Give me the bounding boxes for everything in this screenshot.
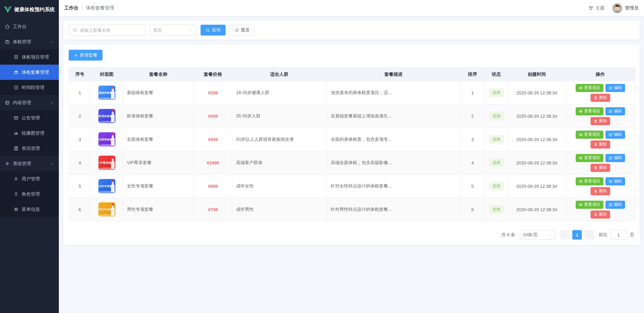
package-cover-image: 女性专项套餐 xyxy=(98,179,115,193)
sidebar-group-system[interactable]: 系统管理 xyxy=(0,156,59,171)
reset-button[interactable]: 重置 xyxy=(230,25,255,36)
chevron-up-icon xyxy=(50,40,54,44)
next-page-button[interactable] xyxy=(584,230,594,240)
view-items-button[interactable]: 查看项目 xyxy=(576,200,603,209)
package-audience: 成年男性 xyxy=(232,198,326,221)
submenu-system: 用户管理 角色管理 菜单信息 xyxy=(0,171,59,217)
sidebar-item-announcements[interactable]: 公告管理 xyxy=(0,110,59,126)
col-created: 创建时间 xyxy=(508,68,565,81)
breadcrumb-workbench[interactable]: 工作台 xyxy=(64,5,78,11)
col-status: 状态 xyxy=(484,68,508,81)
chevron-down-icon xyxy=(189,28,193,32)
edit-button[interactable]: 编辑 xyxy=(605,177,625,185)
package-cover-image: 全面体检套餐 xyxy=(98,132,115,147)
page-size-select[interactable]: 10条/页 xyxy=(520,230,556,240)
view-items-button[interactable]: 查看项目 xyxy=(576,107,603,115)
package-table-card: 新增套餐 序号 封面图 套餐名称 套餐价格 适合人群 套餐描述 xyxy=(63,44,640,245)
sidebar-item-checkup-packages[interactable]: 体检套餐管理 xyxy=(0,65,59,80)
search-icon xyxy=(206,28,210,32)
col-audience: 适合人群 xyxy=(232,68,326,81)
row-index: 6 xyxy=(69,198,91,221)
package-price: ¥798 xyxy=(194,198,232,221)
theme-label: 主题 xyxy=(596,5,604,11)
delete-button[interactable]: 删除 xyxy=(590,187,610,195)
prev-page-button[interactable] xyxy=(560,230,570,240)
add-package-button[interactable]: 新增套餐 xyxy=(69,50,102,61)
goto-page-input[interactable] xyxy=(610,230,627,240)
created-time: 2025-08-29 12:38:34 xyxy=(508,81,565,104)
page-size-value: 10条/页 xyxy=(523,232,538,238)
sidebar-group-checkup[interactable]: 体检管理 xyxy=(0,34,59,49)
edit-button[interactable]: 编辑 xyxy=(605,200,625,209)
status-badge: 启用 xyxy=(489,112,504,120)
mail-icon xyxy=(14,115,18,120)
package-price: ¥298 xyxy=(194,81,232,104)
main-area: 工作台 / 体检套餐管理 主题 管理员 xyxy=(59,0,644,313)
sidebar-item-workbench[interactable]: 工作台 xyxy=(0,19,59,34)
delete-button[interactable]: 删除 xyxy=(590,140,610,148)
breadcrumb-current: 体检套餐管理 xyxy=(86,5,114,11)
breadcrumb: 工作台 / 体检套餐管理 xyxy=(64,5,114,11)
sidebar-item-banners[interactable]: 轮播图管理 xyxy=(0,126,59,141)
user-icon xyxy=(14,176,18,181)
edit-button[interactable]: 编辑 xyxy=(605,84,625,92)
delete-button[interactable]: 删除 xyxy=(590,94,610,102)
delete-button[interactable]: 删除 xyxy=(590,210,610,218)
eye-icon xyxy=(578,202,582,207)
theme-toggle[interactable]: 主题 xyxy=(588,5,604,11)
edit-button[interactable]: 编辑 xyxy=(605,130,625,139)
view-items-button[interactable]: 查看项目 xyxy=(576,84,603,92)
sidebar-item-news[interactable]: 资讯管理 xyxy=(0,141,59,156)
status-select[interactable]: 状态 xyxy=(150,25,196,36)
role-avatar-icon xyxy=(14,191,18,197)
table-header-row: 序号 封面图 套餐名称 套餐价格 适合人群 套餐描述 排序 状态 创建时间 操作 xyxy=(69,68,635,81)
package-desc: 包含基本的身体检查项目，适... xyxy=(326,81,460,104)
page-number-1[interactable]: 1 xyxy=(572,230,582,240)
package-desc: 针对男性特点设计的体检套餐... xyxy=(326,198,460,221)
package-audience: 18-35岁健康人群 xyxy=(232,81,326,104)
search-icon xyxy=(72,28,77,33)
package-box-icon xyxy=(14,70,18,75)
sidebar-item-menus[interactable]: 菜单信息 xyxy=(0,202,59,217)
eye-icon xyxy=(578,156,582,160)
sidebar-menu: 工作台 体检管理 体检项目管理 体检套餐管理 时间段管理 xyxy=(0,19,59,313)
edit-button[interactable]: 编辑 xyxy=(605,107,625,115)
avatar[interactable] xyxy=(612,3,622,13)
package-desc: 全面的身体检查，包含多项专... xyxy=(326,128,460,151)
chevron-right-icon xyxy=(587,233,591,237)
chevron-up-icon xyxy=(50,162,54,166)
created-time: 2025-08-29 12:38:34 xyxy=(508,151,565,174)
status-badge: 启用 xyxy=(489,159,504,167)
sidebar-item-users[interactable]: 用户管理 xyxy=(0,171,59,186)
view-items-button[interactable]: 查看项目 xyxy=(576,154,603,162)
book-icon xyxy=(14,146,18,151)
sidebar-item-timeslots[interactable]: 时间段管理 xyxy=(0,80,59,95)
page-suffix: 页 xyxy=(630,232,634,238)
trash-icon xyxy=(594,212,598,216)
package-name-input-wrap xyxy=(69,25,146,36)
search-button[interactable]: 查询 xyxy=(200,25,226,36)
sidebar-group-content[interactable]: 内容管理 xyxy=(0,95,59,110)
chevron-left-icon xyxy=(563,233,567,237)
row-index: 2 xyxy=(69,104,91,128)
package-desc: 高端全面体检，包含高级影像... xyxy=(326,151,460,174)
package-name-input[interactable] xyxy=(79,27,142,33)
package-name: VIP尊享套餐 xyxy=(122,151,194,174)
delete-button[interactable]: 删除 xyxy=(590,117,610,125)
gear-icon xyxy=(5,161,10,166)
view-items-button[interactable]: 查看项目 xyxy=(576,130,603,139)
sidebar-item-roles[interactable]: 角色管理 xyxy=(0,186,59,202)
status-badge: 启用 xyxy=(489,205,504,213)
sidebar-item-checkup-projects[interactable]: 体检项目管理 xyxy=(0,49,59,65)
package-cover-image: VIP尊享套餐 xyxy=(98,156,115,170)
view-items-button[interactable]: 查看项目 xyxy=(576,177,603,185)
breadcrumb-separator: / xyxy=(82,6,83,11)
edit-button[interactable]: 编辑 xyxy=(605,154,625,162)
status-badge: 启用 xyxy=(489,89,504,97)
package-sort: 1 xyxy=(460,81,484,104)
col-cover: 封面图 xyxy=(91,68,122,81)
edit-icon xyxy=(608,179,612,183)
edit-icon xyxy=(608,86,612,90)
delete-button[interactable]: 删除 xyxy=(590,164,610,172)
created-time: 2025-08-29 12:38:34 xyxy=(508,104,565,128)
